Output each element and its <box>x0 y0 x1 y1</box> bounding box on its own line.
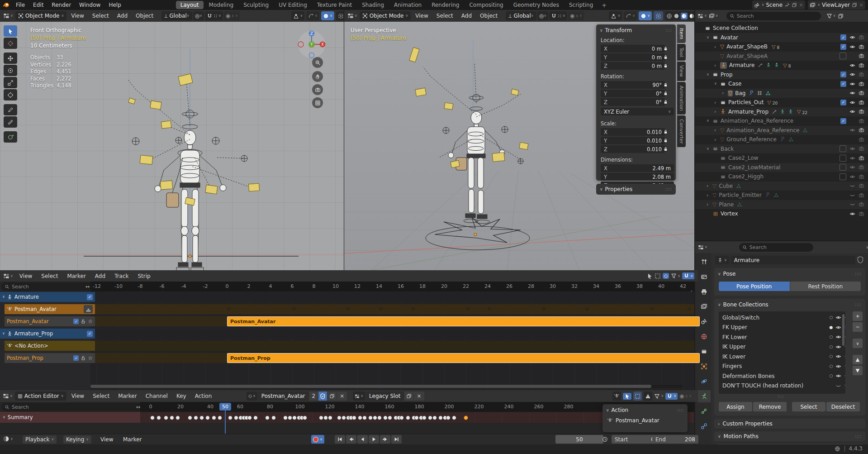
tool-scale-button[interactable] <box>4 77 17 88</box>
solo-dot-icon[interactable]: ○ <box>829 354 833 358</box>
vp-left-pivot-dropdown[interactable]: ◎∨ <box>193 11 204 20</box>
hide-eye-icon[interactable] <box>849 127 855 133</box>
bone-list-add-button[interactable]: + <box>853 311 863 321</box>
breadcrumb-data-field[interactable]: Armature <box>731 256 855 264</box>
properties-subpanel-header[interactable]: ∨Properties:::: <box>596 184 676 195</box>
keyframe-diamond[interactable]: ◇ <box>585 306 589 311</box>
box-select-toggle[interactable] <box>633 392 642 401</box>
workspace-tab-modeling[interactable]: Modeling <box>204 1 238 9</box>
keyframe[interactable] <box>265 416 270 420</box>
disable-render-icon[interactable] <box>859 155 864 161</box>
properties-tab-bone[interactable] <box>697 405 711 417</box>
checkbox-enabled[interactable]: ✓ <box>73 355 79 361</box>
dope-mode-dropdown[interactable]: Action Editor∨ <box>15 392 66 401</box>
solo-star-icon[interactable]: ☆ <box>88 355 93 361</box>
expand-icon[interactable]: ∨ <box>707 73 711 76</box>
bone-collection-row[interactable]: IK Upper○☆ <box>719 342 845 352</box>
keyframe[interactable] <box>328 416 332 420</box>
unlink-action-button[interactable]: × <box>337 392 347 401</box>
visible-eye-icon[interactable] <box>835 315 841 320</box>
keyframe[interactable] <box>342 416 346 420</box>
properties-tab-tool[interactable] <box>697 256 711 268</box>
navigation-gizmo[interactable]: ZXY <box>296 28 328 60</box>
vp-left-menu-select[interactable]: Select <box>89 13 113 19</box>
keyframe[interactable] <box>446 416 451 420</box>
checkbox-enabled[interactable]: ✓ <box>840 44 846 50</box>
start-frame-field[interactable]: Start0 <box>612 435 658 444</box>
disable-render-icon[interactable] <box>859 146 864 152</box>
dope-search[interactable]: Search↔ <box>1 403 143 411</box>
outliner-row[interactable]: ∨Back <box>695 144 868 153</box>
keyframe[interactable] <box>228 416 232 420</box>
vp-left-menu-object[interactable]: Object <box>132 13 157 19</box>
vp-right-proportional-edit[interactable]: ◉∧∨ <box>568 11 584 20</box>
playbar-menu-view[interactable]: View <box>98 435 116 444</box>
outliner-row[interactable]: ∨Case✓ <box>695 79 868 88</box>
tool-rotate-button[interactable] <box>4 65 17 76</box>
assign-button[interactable]: Assign <box>719 402 752 411</box>
lock-icon[interactable] <box>663 100 668 105</box>
lock-icon[interactable] <box>663 46 668 51</box>
pose-panel-header[interactable]: ∨Pose:::: <box>714 268 865 278</box>
new-scene-icon[interactable] <box>792 2 797 8</box>
close-icon[interactable]: × <box>799 2 803 8</box>
hide-eye-icon[interactable] <box>849 211 855 217</box>
visible-eye-icon[interactable] <box>835 354 841 359</box>
checkbox-disabled[interactable] <box>840 145 846 152</box>
action-name-field[interactable]: Postman_Avatar <box>258 392 309 401</box>
outliner-editor-type-button[interactable]: ∨ <box>697 13 707 19</box>
current-frame-field[interactable]: 50 <box>555 435 603 444</box>
hide-eye-icon[interactable] <box>849 90 855 96</box>
outliner-row[interactable]: ›Particles_Out▽20✓ <box>695 98 868 107</box>
nav-hand-button[interactable] <box>312 71 323 82</box>
disable-render-icon[interactable] <box>859 34 864 40</box>
topbar-menu-window[interactable]: Window <box>75 2 104 8</box>
keyframe-diamond[interactable]: ◇ <box>379 306 383 311</box>
workspace-tab-geometry-nodes[interactable]: Geometry Nodes <box>509 1 564 9</box>
keyframe[interactable] <box>234 416 238 420</box>
vp-left-visibility-dropdown[interactable]: ∨ <box>291 11 304 20</box>
transform-field-location-z[interactable]: Z0 m <box>601 62 665 70</box>
keyframe[interactable] <box>205 416 210 420</box>
keyframe-diamond[interactable]: ◇ <box>488 306 491 311</box>
visible-eye-icon[interactable] <box>835 363 841 369</box>
outliner-search[interactable]: Search <box>726 12 821 20</box>
dope-menu-action[interactable]: Action <box>191 393 216 399</box>
outliner-row[interactable]: ›▽Avatar_ShapeB▽8✓ <box>695 42 868 51</box>
disable-render-icon[interactable] <box>859 44 864 50</box>
workspace-tab-sculpting[interactable]: Sculpting <box>239 1 273 9</box>
scene-selector[interactable]: ∨Scene× <box>752 0 806 10</box>
tool-transform-button[interactable] <box>4 89 17 100</box>
blender-logo-menu[interactable] <box>0 0 12 10</box>
box-select-icon[interactable] <box>655 273 661 279</box>
action-users-count[interactable]: 2 <box>309 392 318 401</box>
vp-left-snap-dropdown[interactable]: ∷∨ <box>205 11 223 20</box>
keyframe[interactable] <box>323 416 328 420</box>
tool-move-button[interactable] <box>4 53 17 64</box>
outliner-row[interactable]: Case2_Low <box>695 153 868 162</box>
nla-menu-strip[interactable]: Strip <box>134 273 155 279</box>
keyframe[interactable] <box>428 416 432 420</box>
transform-field-location-y[interactable]: Y0 m <box>601 53 665 61</box>
unlock-icon[interactable] <box>81 319 86 324</box>
bone-collection-row[interactable]: Deformation Bones○☆ <box>719 371 845 381</box>
tool-tweak-button[interactable] <box>4 25 17 37</box>
playbar-menu-playback[interactable]: Playback∨ <box>23 435 57 444</box>
dope-editor-type-button[interactable]: ∨ <box>2 393 14 399</box>
vp-right-mode-dropdown[interactable]: Object Mode∨ <box>360 11 411 20</box>
hide-eye-icon[interactable] <box>849 72 855 77</box>
expand-arrows-icon[interactable]: ↔ <box>136 405 140 410</box>
lock-icon[interactable] <box>663 138 668 143</box>
playbar-menu-marker[interactable]: Marker <box>120 435 144 444</box>
layered-anim-toggle[interactable] <box>612 392 621 401</box>
disable-render-icon[interactable] <box>859 100 864 105</box>
bone-collections-header[interactable]: ∨Bone Collections:::: <box>714 299 865 309</box>
vp-right-menu-add[interactable]: Add <box>458 13 475 19</box>
shading-rendered-icon[interactable] <box>689 13 694 19</box>
nav-camnav-button[interactable] <box>312 84 323 95</box>
end-frame-field[interactable]: End208 <box>652 435 698 444</box>
dope-filter-button[interactable]: ∨ <box>654 393 664 399</box>
keyframe[interactable] <box>303 416 307 420</box>
transform-field-dimensions-x[interactable]: X2.49 m <box>601 164 674 172</box>
hidden-eye-icon[interactable] <box>849 192 855 198</box>
